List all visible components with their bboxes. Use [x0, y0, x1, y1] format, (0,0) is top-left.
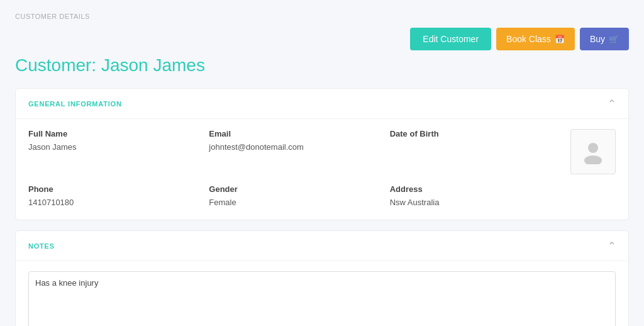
phone-label: Phone	[28, 184, 199, 194]
page-title-prefix: Customer:	[15, 55, 96, 75]
header-row: Edit Customer Book Class 📅 Buy 🛒	[15, 28, 629, 50]
page-container: Customer Details Edit Customer Book Clas…	[0, 0, 644, 326]
book-class-button[interactable]: Book Class 📅	[496, 28, 575, 50]
calendar-icon: 📅	[555, 35, 565, 44]
buy-label: Buy	[590, 34, 605, 44]
full-name-label: Full Name	[28, 129, 199, 138]
notes-card: Notes ⌃ Has a knee injury Alert me every…	[15, 230, 629, 326]
address-label: Address	[390, 184, 560, 194]
person-icon	[580, 139, 606, 164]
svg-point-0	[588, 143, 598, 153]
header-buttons: Edit Customer Book Class 📅 Buy 🛒	[410, 28, 629, 50]
page-title: Customer: Jason James	[15, 55, 629, 76]
phone-field: Phone 1410710180	[28, 184, 199, 207]
general-info-title: General Information	[28, 100, 122, 108]
notes-card-header: Notes ⌃	[16, 231, 628, 261]
avatar	[570, 129, 616, 174]
avatar-spacer	[570, 184, 616, 207]
full-name-value: Jason James	[28, 142, 199, 152]
gender-label: Gender	[209, 184, 379, 194]
buy-button[interactable]: Buy 🛒	[580, 28, 629, 50]
dob-field: Date of Birth	[390, 129, 560, 142]
breadcrumb: Customer Details	[15, 13, 629, 20]
notes-textarea[interactable]: Has a knee injury	[28, 271, 616, 326]
notes-body: Has a knee injury	[16, 261, 628, 326]
full-name-field: Full Name Jason James	[28, 129, 199, 152]
general-info-card-header: General Information ⌃	[16, 89, 628, 119]
email-label: Email	[209, 129, 379, 138]
general-info-body: Full Name Jason James Email johntest@don…	[16, 119, 628, 220]
notes-collapse-icon[interactable]: ⌃	[608, 240, 616, 252]
email-value: johntest@donotemail.com	[209, 142, 379, 152]
cart-icon: 🛒	[609, 35, 619, 44]
collapse-icon[interactable]: ⌃	[608, 98, 616, 110]
general-info-card: General Information ⌃ Full Name Jason Ja…	[15, 88, 629, 220]
svg-point-1	[584, 155, 602, 164]
customer-name: Jason James	[101, 55, 205, 75]
info-grid-row2: Phone 1410710180 Gender Female Address N…	[28, 184, 616, 207]
gender-value: Female	[209, 198, 379, 207]
edit-customer-button[interactable]: Edit Customer	[410, 28, 491, 50]
dob-label: Date of Birth	[390, 129, 560, 138]
address-field: Address Nsw Australia	[390, 184, 560, 207]
info-grid-row1: Full Name Jason James Email johntest@don…	[28, 129, 616, 174]
gender-field: Gender Female	[209, 184, 379, 207]
book-class-label: Book Class	[506, 34, 551, 44]
email-field: Email johntest@donotemail.com	[209, 129, 379, 152]
address-value: Nsw Australia	[390, 198, 560, 207]
notes-title: Notes	[28, 242, 55, 250]
phone-value: 1410710180	[28, 198, 199, 207]
